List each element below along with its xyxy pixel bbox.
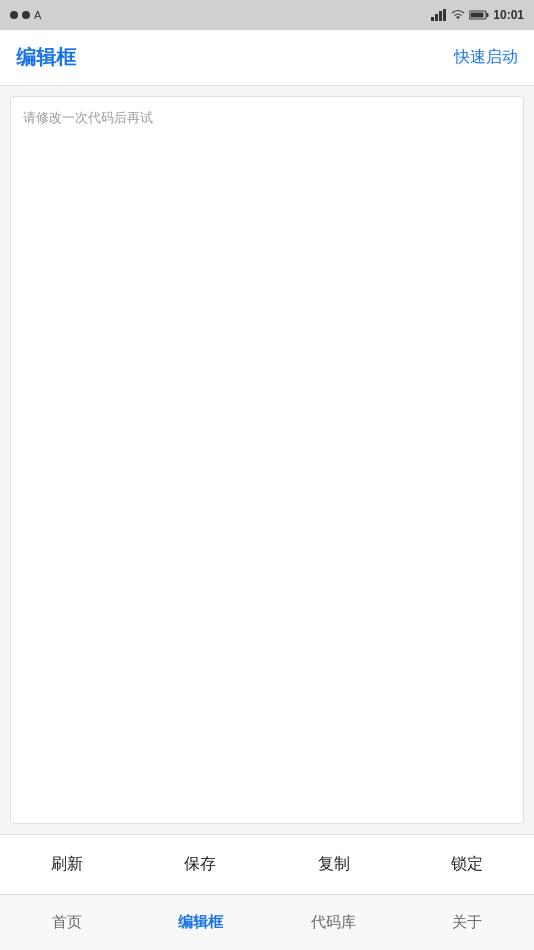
svg-rect-5 [487, 13, 489, 17]
svg-rect-6 [471, 13, 484, 18]
main-content: 请修改一次代码后再试 [0, 86, 534, 834]
editor-area[interactable]: 请修改一次代码后再试 [10, 96, 524, 824]
battery-icon [469, 9, 489, 21]
refresh-button[interactable]: 刷新 [0, 835, 134, 894]
svg-rect-0 [431, 17, 434, 21]
editor-hint-text: 请修改一次代码后再试 [23, 110, 153, 125]
nav-item-home[interactable]: 首页 [0, 895, 134, 950]
app-icon-dot2 [22, 11, 30, 19]
app-name-label: A [34, 9, 41, 21]
lock-button[interactable]: 锁定 [401, 835, 535, 894]
app-bar-title: 编辑框 [16, 44, 76, 71]
status-bar-right: 10:01 [431, 8, 524, 22]
nav-item-about[interactable]: 关于 [401, 895, 535, 950]
app-bar: 编辑框 快速启动 [0, 30, 534, 86]
bottom-actions-bar: 刷新 保存 复制 锁定 [0, 834, 534, 894]
svg-rect-2 [439, 11, 442, 21]
svg-rect-1 [435, 14, 438, 21]
nav-item-codelib[interactable]: 代码库 [267, 895, 401, 950]
nav-item-editor[interactable]: 编辑框 [134, 895, 268, 950]
wifi-icon [451, 9, 465, 21]
save-button[interactable]: 保存 [134, 835, 268, 894]
quick-launch-button[interactable]: 快速启动 [454, 47, 518, 68]
bottom-nav: 首页 编辑框 代码库 关于 [0, 894, 534, 950]
status-bar-left: A [10, 9, 41, 21]
copy-button[interactable]: 复制 [267, 835, 401, 894]
time-display: 10:01 [493, 8, 524, 22]
app-icon-dot1 [10, 11, 18, 19]
status-bar: A 10:01 [0, 0, 534, 30]
svg-rect-3 [443, 9, 446, 21]
signal-icon [431, 9, 447, 21]
